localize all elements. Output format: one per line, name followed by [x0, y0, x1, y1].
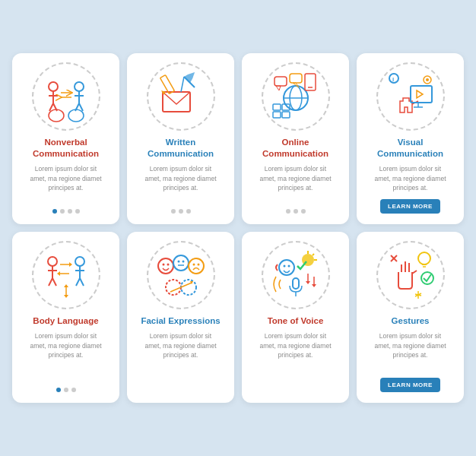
svg-point-65 — [189, 258, 204, 274]
dot-1 — [171, 209, 176, 214]
visual-icon-circle: i — [376, 62, 445, 131]
dot-3 — [186, 209, 191, 214]
dot-3 — [68, 209, 72, 214]
svg-rect-26 — [273, 104, 281, 110]
gestures-icon-circle — [376, 241, 445, 309]
tone-icon-circle — [262, 241, 330, 309]
svg-rect-35 — [411, 86, 432, 103]
svg-line-44 — [49, 278, 52, 286]
dot-2 — [179, 209, 183, 214]
written-icon-circle — [147, 62, 215, 131]
online-icon — [270, 71, 322, 122]
tone-body: Lorem ipsum dolor sitamet, ma regione di… — [259, 331, 331, 392]
dot-3 — [301, 209, 306, 214]
svg-point-61 — [173, 255, 189, 271]
svg-point-88 — [421, 272, 433, 284]
visual-icon: i — [385, 71, 436, 122]
svg-text:i: i — [392, 76, 394, 83]
svg-point-85 — [418, 252, 430, 264]
svg-marker-56 — [64, 284, 68, 287]
dot-3 — [71, 388, 76, 392]
written-icon — [155, 71, 207, 122]
card-online: Online Communication Lorem ipsum dolor s… — [242, 53, 349, 224]
svg-point-68 — [166, 280, 181, 295]
visual-title: Visual Communication — [364, 137, 456, 160]
svg-point-77 — [283, 265, 285, 268]
card-grid: Nonverbal Communication Lorem ipsum dolo… — [12, 53, 464, 403]
svg-line-45 — [52, 278, 56, 286]
card-visual: i Visual Communication Lorem ipsum dolor… — [357, 53, 464, 224]
nonverbal-body: Lorem ipsum dolor sitamet, ma regione di… — [30, 164, 101, 203]
svg-point-58 — [158, 258, 173, 274]
body-icon-circle — [32, 241, 100, 309]
svg-rect-22 — [274, 77, 287, 86]
written-body: Lorem ipsum dolor sitamet, ma regione di… — [144, 164, 216, 203]
svg-point-0 — [49, 82, 58, 91]
svg-rect-29 — [282, 112, 290, 118]
svg-point-50 — [75, 257, 84, 266]
svg-point-40 — [426, 78, 429, 81]
svg-line-54 — [80, 278, 84, 286]
body-body: Lorem ipsum dolor sitamet, ma regione di… — [30, 331, 101, 382]
dot-2 — [64, 388, 68, 392]
svg-point-67 — [197, 264, 199, 266]
dot-1 — [52, 209, 57, 214]
svg-point-7 — [75, 82, 84, 91]
svg-point-13 — [68, 109, 84, 122]
svg-line-16 — [181, 77, 184, 92]
dot-1 — [56, 388, 61, 392]
nonverbal-dots — [52, 209, 80, 214]
body-title: Body Language — [33, 315, 98, 327]
svg-marker-49 — [57, 271, 60, 276]
svg-point-63 — [182, 261, 184, 263]
nonverbal-title: Nonverbal Communication — [20, 137, 112, 160]
svg-rect-28 — [273, 112, 281, 118]
svg-marker-38 — [417, 90, 423, 98]
svg-point-66 — [192, 264, 195, 266]
gestures-title: Gestures — [392, 315, 430, 327]
nonverbal-icon-circle — [32, 62, 100, 131]
svg-marker-84 — [312, 284, 316, 287]
online-body: Lorem ipsum dolor sitamet, ma regione di… — [259, 164, 331, 203]
facial-body: Lorem ipsum dolor sitamet, ma regione di… — [144, 331, 216, 392]
written-title: Written Communication — [135, 137, 227, 160]
svg-marker-57 — [64, 295, 68, 298]
svg-rect-79 — [293, 278, 299, 289]
nonverbal-icon — [40, 70, 93, 123]
facial-icon — [155, 249, 207, 301]
svg-marker-23 — [276, 86, 281, 90]
svg-point-62 — [177, 261, 179, 263]
gestures-body: Lorem ipsum dolor sitamet, ma regione di… — [374, 331, 446, 372]
visual-learn-more-button[interactable]: LEARN MORE — [380, 199, 440, 214]
svg-marker-82 — [306, 281, 310, 284]
svg-point-60 — [167, 264, 169, 266]
svg-point-78 — [287, 265, 290, 268]
tone-title: Tone of Voice — [268, 315, 324, 327]
dot-2 — [294, 209, 298, 214]
visual-body: Lorem ipsum dolor sitamet, ma regione di… — [374, 164, 446, 193]
body-icon — [40, 249, 92, 301]
dot-4 — [75, 209, 80, 214]
svg-marker-47 — [69, 262, 72, 267]
facial-icon-circle — [147, 241, 215, 309]
gestures-learn-more-button[interactable]: LEARN MORE — [380, 378, 440, 392]
body-dots — [56, 388, 76, 392]
svg-line-74 — [313, 254, 314, 255]
svg-point-41 — [48, 257, 57, 266]
svg-point-69 — [181, 280, 196, 295]
tone-icon — [270, 249, 322, 301]
gestures-icon — [385, 249, 436, 301]
written-dots — [171, 209, 191, 214]
svg-line-53 — [76, 278, 80, 286]
card-body-language: Body Language Lorem ipsum dolor sitamet,… — [12, 232, 119, 403]
online-title: Online Communication — [249, 137, 341, 160]
dot-1 — [286, 209, 290, 214]
online-icon-circle — [262, 62, 330, 131]
online-dots — [286, 209, 306, 214]
card-nonverbal: Nonverbal Communication Lorem ipsum dolo… — [12, 53, 119, 224]
facial-title: Facial Expressions — [141, 315, 220, 327]
svg-point-12 — [49, 109, 64, 122]
card-tone: Tone of Voice Lorem ipsum dolor sitamet,… — [242, 232, 349, 403]
card-written: Written Communication Lorem ipsum dolor … — [127, 53, 234, 224]
dot-2 — [60, 209, 65, 214]
